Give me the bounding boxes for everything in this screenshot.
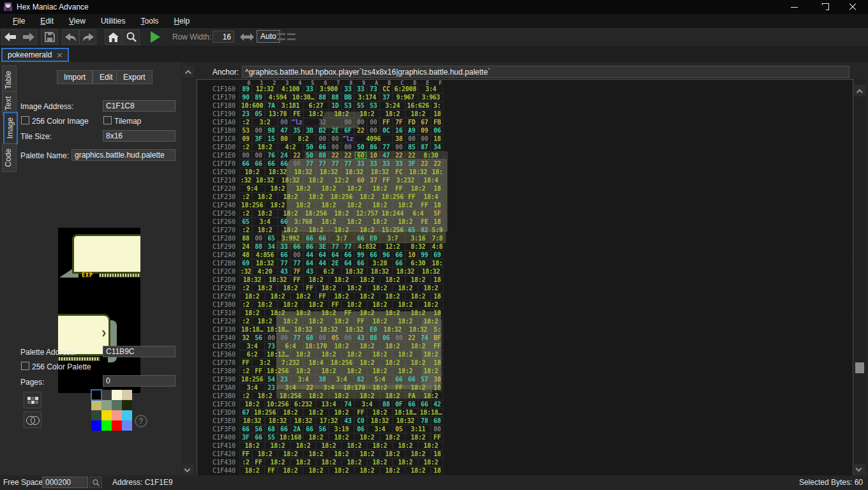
- hex-cell[interactable]: 33: [278, 242, 290, 251]
- hex-cell[interactable]: FF: [380, 176, 393, 184]
- row-width-input[interactable]: [213, 31, 234, 43]
- hex-cell[interactable]: 80: [278, 135, 290, 143]
- hex-cell[interactable]: 00: [329, 143, 341, 151]
- hex-cell[interactable]: 18:256: [239, 201, 265, 209]
- hex-cell[interactable]: 77: [303, 160, 316, 168]
- palette-swatch[interactable]: [101, 420, 112, 431]
- hex-cell[interactable]: 5:4: [367, 375, 393, 383]
- hex-cell[interactable]: 33: [341, 85, 354, 93]
- hex-cell[interactable]: 60: [354, 176, 367, 184]
- hex-cell[interactable]: 10:32: [393, 417, 418, 425]
- hex-cell[interactable]: 18:2: [278, 226, 303, 234]
- hex-cell[interactable]: 66: [278, 251, 290, 259]
- hex-cell[interactable]: 50: [303, 151, 316, 160]
- hex-cell-selected[interactable]: 60: [354, 151, 367, 160]
- hex-cell[interactable]: 18: [431, 450, 444, 458]
- hex-cell[interactable]: 18:2: [316, 309, 341, 317]
- hex-cell[interactable]: FC: [393, 168, 405, 176]
- hex-cell[interactable]: 3:4: [239, 342, 265, 350]
- hex-cell[interactable]: 66: [316, 234, 329, 242]
- hex-cell[interactable]: 00: [252, 126, 265, 135]
- hex-cell[interactable]: 18:32: [367, 267, 393, 276]
- hex-cell[interactable]: 18:2: [252, 143, 278, 151]
- hex-cell[interactable]: 18:2: [367, 442, 393, 450]
- hex-cell[interactable]: FF: [431, 433, 444, 442]
- help-icon[interactable]: ?: [135, 415, 147, 427]
- forward-button[interactable]: [20, 29, 37, 45]
- side-tab-image[interactable]: Image: [3, 112, 18, 144]
- hex-cell[interactable]: 35: [290, 126, 303, 135]
- hex-cell[interactable]: FD: [405, 118, 418, 126]
- hex-cell[interactable]: 18:32: [393, 267, 418, 276]
- side-tab-table[interactable]: Table: [2, 66, 17, 94]
- hex-cell[interactable]: 77: [380, 143, 393, 151]
- hex-cell[interactable]: 77: [341, 242, 354, 251]
- hex-cell[interactable]: 4:2: [278, 143, 303, 151]
- palette-swatch[interactable]: [101, 400, 112, 410]
- hex-cell[interactable]: 10:600: [239, 101, 265, 110]
- hex-cell[interactable]: 18:2: [380, 110, 405, 118]
- hex-cell[interactable]: 66: [316, 143, 329, 151]
- hex-cell[interactable]: 3:24: [380, 101, 405, 110]
- hex-cell[interactable]: 68: [431, 417, 444, 425]
- hex-cell[interactable]: 18:256: [252, 408, 278, 417]
- hex-cell[interactable]: 3B: [303, 126, 316, 135]
- hex-cell[interactable]: 18:2: [252, 301, 278, 309]
- hex-cell[interactable]: 74: [418, 334, 431, 342]
- hex-cell[interactable]: 88: [316, 151, 329, 160]
- hex-cell[interactable]: 23: [265, 383, 278, 392]
- hex-cell[interactable]: 18:256: [278, 392, 303, 400]
- hex-cell[interactable]: 22: [405, 334, 418, 342]
- hex-cell[interactable]: 7:8: [431, 234, 444, 242]
- hex-cell[interactable]: 18:2: [329, 342, 354, 350]
- pages-input[interactable]: [103, 375, 176, 387]
- hex-cell[interactable]: 18:2: [303, 433, 329, 442]
- hex-cell[interactable]: 18: [431, 135, 444, 143]
- hex-cell[interactable]: 23: [278, 375, 290, 383]
- hex-cell[interactable]: 44: [303, 251, 316, 259]
- hex-cell[interactable]: 65: [239, 218, 252, 226]
- hex-cell[interactable]: 18:4: [418, 176, 444, 184]
- hex-cell[interactable]: 00: [341, 143, 354, 151]
- hex-cell[interactable]: 18:2: [380, 292, 405, 301]
- import-button[interactable]: Import: [57, 70, 93, 84]
- hex-cell[interactable]: 18:32: [265, 168, 290, 176]
- hex-cell[interactable]: 50: [354, 143, 367, 151]
- hex-cell[interactable]: 18:2: [329, 276, 354, 284]
- hex-cell[interactable]: 18:2: [329, 433, 354, 442]
- hex-cell[interactable]: 8:30: [418, 151, 444, 160]
- hex-cell[interactable]: 43: [354, 334, 367, 342]
- hex-cell[interactable]: FA: [405, 392, 418, 400]
- hex-cell[interactable]: 00: [341, 334, 354, 342]
- hex-cell[interactable]: 18:2: [329, 110, 354, 118]
- hex-cell[interactable]: 18:2: [303, 110, 329, 118]
- hex-cell[interactable]: 64: [316, 251, 329, 259]
- hex-cell[interactable]: FF: [354, 408, 367, 417]
- hex-cell[interactable]: 18:2: [405, 292, 431, 301]
- hex-cell[interactable]: 18:2: [393, 317, 418, 325]
- hex-cell[interactable]: 77: [329, 160, 341, 168]
- menu-file[interactable]: File: [5, 15, 33, 27]
- hex-cell[interactable]: 18:2: [290, 201, 316, 209]
- hex-cell[interactable]: 00: [278, 334, 290, 342]
- hex-cell[interactable]: 05: [252, 110, 265, 118]
- hex-cell[interactable]: 66: [303, 425, 316, 433]
- hex-cell[interactable]: 18:32: [316, 325, 341, 334]
- hex-cell[interactable]: 13:4: [316, 400, 341, 408]
- undo-button[interactable]: [62, 29, 79, 45]
- hex-cell[interactable]: 18:2: [303, 301, 329, 309]
- hex-cell[interactable]: 3:4: [252, 218, 278, 226]
- hex-cell[interactable]: 18:2: [341, 284, 367, 292]
- hex-cell[interactable]: 7F: [393, 118, 405, 126]
- hex-cell[interactable]: 06: [354, 425, 367, 433]
- hex-cell[interactable]: 8:32: [405, 242, 431, 251]
- hex-cell[interactable]: 69: [239, 259, 252, 267]
- hex-cell[interactable]: 96: [380, 251, 393, 259]
- hex-cell[interactable]: 16: [393, 126, 405, 135]
- blend-palettes-button[interactable]: [24, 412, 41, 428]
- hex-cell[interactable]: CC: [380, 85, 393, 93]
- hex-cell[interactable]: 65: [265, 234, 278, 242]
- palette-swatch[interactable]: [112, 390, 122, 400]
- hex-cell[interactable]: FE: [290, 110, 303, 118]
- hex-cell[interactable]: 18:2: [354, 433, 380, 442]
